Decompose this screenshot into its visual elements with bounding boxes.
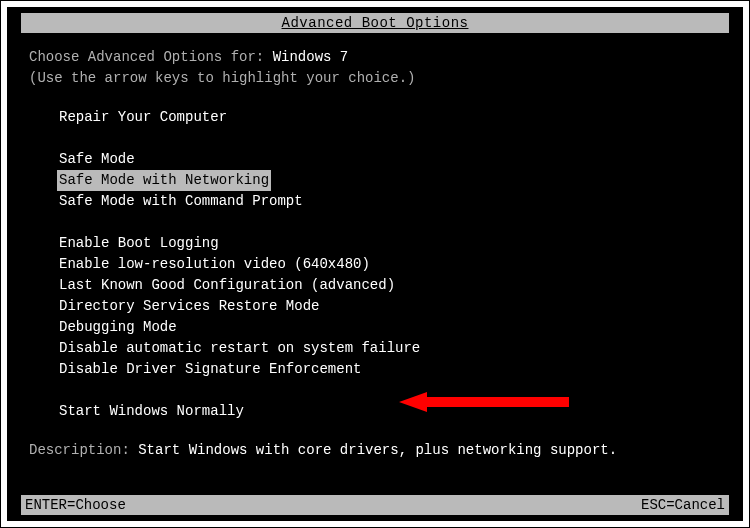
title-bar: Advanced Boot Options	[21, 13, 729, 33]
os-name: Windows 7	[273, 49, 349, 65]
hint-text: (Use the arrow keys to highlight your ch…	[29, 68, 737, 89]
prompt-line: Choose Advanced Options for: Windows 7	[29, 47, 737, 68]
footer-enter: ENTER=Choose	[25, 497, 126, 513]
menu-item[interactable]: Safe Mode with Command Prompt	[57, 191, 305, 212]
footer-esc: ESC=Cancel	[641, 497, 725, 513]
menu-item[interactable]: Disable Driver Signature Enforcement	[57, 359, 363, 380]
menu-item[interactable]: Safe Mode with Networking	[57, 170, 271, 191]
menu-item[interactable]: Repair Your Computer	[57, 107, 229, 128]
boot-menu[interactable]: Repair Your ComputerSafe ModeSafe Mode w…	[29, 107, 737, 422]
menu-item[interactable]: Start Windows Normally	[57, 401, 246, 422]
description-text: Start Windows with core drivers, plus ne…	[138, 442, 617, 458]
menu-item[interactable]: Debugging Mode	[57, 317, 179, 338]
prompt-prefix: Choose Advanced Options for:	[29, 49, 273, 65]
description-label: Description:	[29, 442, 138, 458]
description-line: Description: Start Windows with core dri…	[29, 440, 737, 461]
menu-item[interactable]: Directory Services Restore Mode	[57, 296, 321, 317]
page-title: Advanced Boot Options	[282, 15, 469, 31]
menu-item[interactable]: Safe Mode	[57, 149, 137, 170]
menu-item[interactable]: Enable Boot Logging	[57, 233, 221, 254]
menu-item[interactable]: Last Known Good Configuration (advanced)	[57, 275, 397, 296]
menu-item[interactable]: Disable automatic restart on system fail…	[57, 338, 422, 359]
footer-bar: ENTER=Choose ESC=Cancel	[21, 495, 729, 515]
menu-item[interactable]: Enable low-resolution video (640x480)	[57, 254, 372, 275]
